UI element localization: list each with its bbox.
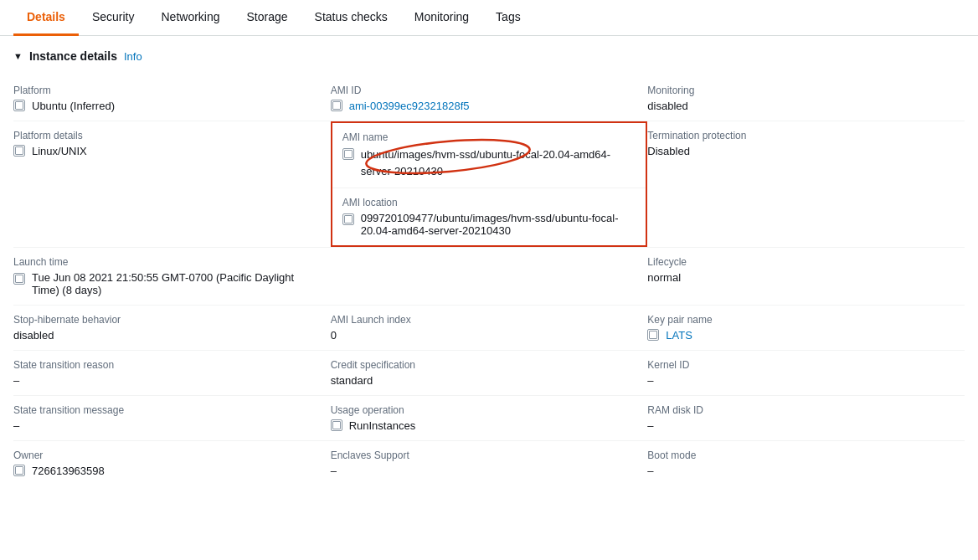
copy-icon-ami-location[interactable] [342, 213, 354, 225]
row-4: Stop-hibernate behavior disabled AMI Lau… [13, 306, 965, 351]
collapse-icon[interactable]: ▼ [13, 51, 23, 61]
row-5: State transition reason – Credit specifi… [13, 351, 965, 396]
section-header: ▼ Instance details Info [13, 49, 965, 63]
copy-icon-platform[interactable] [13, 100, 25, 111]
tab-details[interactable]: Details [13, 0, 79, 36]
state-transition-msg-label: State transition message [13, 404, 317, 416]
lifecycle-label: Lifecycle [647, 256, 951, 268]
state-transition-reason-label: State transition reason [13, 359, 317, 371]
launch-time-value-row: Tue Jun 08 2021 21:50:55 GMT-0700 (Pacif… [13, 271, 317, 296]
enclaves-label: Enclaves Support [331, 450, 635, 461]
cell-termination: Termination protection Disabled [647, 121, 965, 166]
copy-icon-key-pair[interactable] [647, 329, 659, 341]
platform-value: Ubuntu (Inferred) [32, 100, 115, 112]
cell-ami-launch-index: AMI Launch index 0 [331, 306, 648, 350]
cell-credit-spec: Credit specification standard [331, 351, 648, 395]
platform-value-row: Ubuntu (Inferred) [13, 100, 317, 112]
credit-spec-value: standard [331, 374, 635, 387]
cell-state-transition-reason: State transition reason – [13, 351, 331, 395]
ram-disk-id-label: RAM disk ID [647, 404, 951, 416]
cell-kernel-id: Kernel ID – [647, 351, 965, 395]
ami-launch-index-value: 0 [331, 329, 635, 342]
ami-location-section: AMI location 099720109477/ubuntu/images/… [332, 188, 646, 245]
tab-security[interactable]: Security [79, 0, 148, 36]
key-pair-value-row: LATS [647, 329, 951, 342]
cell-ami-id: AMI ID ami-00399ec92321828f5 [331, 76, 648, 121]
boot-mode-label: Boot mode [647, 450, 951, 461]
cell-stop-hibernate: Stop-hibernate behavior disabled [13, 306, 331, 350]
ami-location-label: AMI location [342, 197, 636, 208]
copy-icon-ami-id[interactable] [331, 100, 342, 111]
key-pair-label: Key pair name [647, 314, 951, 326]
cell-launch-time: Launch time Tue Jun 08 2021 21:50:55 GMT… [13, 248, 331, 305]
copy-icon-launch-time[interactable] [13, 273, 25, 285]
cell-state-transition-msg: State transition message – [13, 396, 331, 440]
tab-storage[interactable]: Storage [234, 0, 301, 36]
ami-name-label: AMI name [342, 131, 636, 143]
row3-middle-placeholder [331, 248, 648, 305]
ami-name-value: ubuntu/images/hvm-ssd/ubuntu-focal-20.04… [361, 146, 636, 179]
state-transition-reason-value: – [13, 374, 317, 387]
main-content: ▼ Instance details Info Platform Ubuntu … [0, 36, 978, 499]
credit-spec-label: Credit specification [331, 359, 635, 371]
row-2: Platform details Linux/UNIX AMI name ubu… [13, 121, 965, 248]
owner-value-row: 726613963598 [13, 465, 317, 477]
info-link[interactable]: Info [124, 50, 142, 63]
section-title: Instance details [29, 49, 117, 63]
stop-hibernate-label: Stop-hibernate behavior [13, 314, 317, 326]
tab-status-checks[interactable]: Status checks [301, 0, 401, 36]
ami-id-label: AMI ID [331, 85, 635, 96]
usage-operation-value-row: RunInstances [331, 419, 635, 432]
kernel-id-label: Kernel ID [647, 359, 951, 371]
ami-id-link[interactable]: ami-00399ec92321828f5 [349, 100, 470, 112]
cell-boot-mode: Boot mode – [647, 441, 965, 486]
platform-label: Platform [13, 85, 317, 96]
launch-time-value: Tue Jun 08 2021 21:50:55 GMT-0700 (Pacif… [32, 271, 317, 296]
cell-platform-details: Platform details Linux/UNIX [13, 121, 331, 166]
tab-monitoring[interactable]: Monitoring [401, 0, 482, 36]
monitoring-label: Monitoring [647, 85, 951, 96]
owner-value: 726613963598 [32, 465, 105, 477]
termination-value: Disabled [647, 145, 951, 157]
boot-mode-value: – [647, 465, 951, 477]
cell-usage-operation: Usage operation RunInstances [331, 396, 648, 440]
usage-operation-label: Usage operation [331, 404, 635, 416]
copy-icon-ami-name[interactable] [342, 148, 354, 160]
ami-name-value-row: ubuntu/images/hvm-ssd/ubuntu-focal-20.04… [342, 146, 636, 179]
cell-enclaves: Enclaves Support – [331, 441, 648, 486]
copy-icon-usage-op[interactable] [331, 419, 342, 431]
owner-label: Owner [13, 450, 317, 461]
usage-operation-value: RunInstances [349, 419, 416, 432]
ami-id-value-row: ami-00399ec92321828f5 [331, 100, 635, 112]
row-1: Platform Ubuntu (Inferred) AMI ID ami-00… [13, 76, 965, 121]
cell-monitoring: Monitoring disabled [647, 76, 965, 121]
ram-disk-id-value: – [647, 419, 951, 432]
key-pair-link[interactable]: LATS [666, 329, 692, 342]
ami-location-value: 099720109477/ubuntu/images/hvm-ssd/ubunt… [361, 212, 636, 237]
state-transition-msg-value: – [13, 419, 317, 432]
details-table: Platform Ubuntu (Inferred) AMI ID ami-00… [13, 76, 965, 486]
row-6: State transition message – Usage operati… [13, 396, 965, 441]
kernel-id-value: – [647, 374, 951, 387]
tabs-bar: Details Security Networking Storage Stat… [0, 0, 978, 36]
tab-tags[interactable]: Tags [482, 0, 534, 36]
platform-details-label: Platform details [13, 130, 317, 141]
platform-details-value-row: Linux/UNIX [13, 145, 317, 157]
termination-label: Termination protection [647, 130, 951, 141]
platform-details-value: Linux/UNIX [32, 145, 87, 157]
cell-lifecycle: Lifecycle normal [647, 248, 965, 305]
cell-platform: Platform Ubuntu (Inferred) [13, 76, 331, 121]
copy-icon-platform-details[interactable] [13, 145, 25, 157]
row-7: Owner 726613963598 Enclaves Support – Bo… [13, 441, 965, 486]
launch-time-label: Launch time [13, 256, 317, 268]
lifecycle-value: normal [647, 271, 951, 284]
ami-highlighted-block: AMI name ubuntu/images/hvm-ssd/ubuntu-fo… [331, 121, 648, 247]
ami-launch-index-label: AMI Launch index [331, 314, 635, 326]
copy-icon-owner[interactable] [13, 465, 25, 476]
ami-name-section: AMI name ubuntu/images/hvm-ssd/ubuntu-fo… [332, 123, 646, 188]
ami-location-value-row: 099720109477/ubuntu/images/hvm-ssd/ubunt… [342, 212, 636, 237]
enclaves-value: – [331, 465, 635, 477]
monitoring-value: disabled [647, 100, 951, 112]
tab-networking[interactable]: Networking [148, 0, 234, 36]
stop-hibernate-value: disabled [13, 329, 317, 342]
